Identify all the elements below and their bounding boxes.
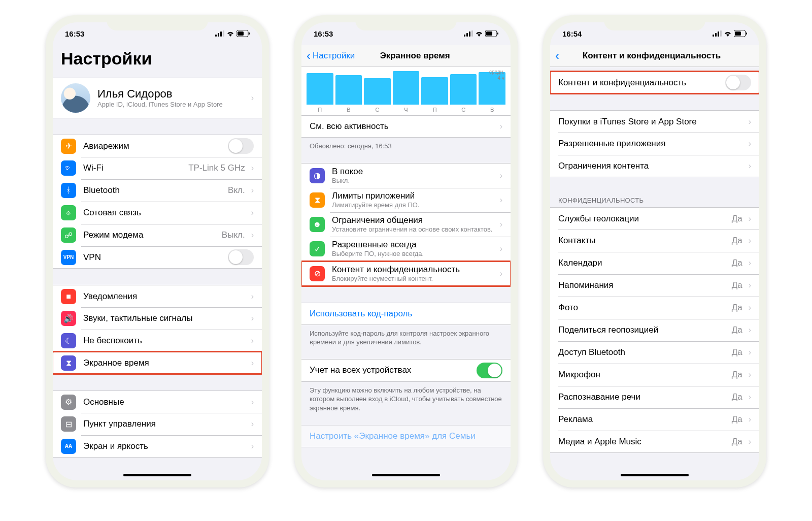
chevron-left-icon: ‹ (307, 49, 311, 63)
chevron-right-icon: › (500, 269, 502, 278)
status-right (713, 30, 747, 37)
chevron-right-icon: › (749, 281, 751, 290)
row-applimits[interactable]: ⧗Лимиты приложенийЛимитируйте время для … (301, 188, 511, 212)
chevron-right-icon: › (251, 398, 254, 407)
svg-rect-19 (735, 31, 741, 36)
row-label: Контакты (558, 236, 732, 246)
row-btaccess[interactable]: Доступ BluetoothДа› (550, 341, 759, 364)
profile-cell[interactable]: Илья Сидоров Apple ID, iCloud, iTunes St… (53, 78, 262, 118)
signal-icon (464, 30, 473, 37)
row-bluetooth[interactable]: ᚼBluetoothВкл.› (53, 179, 262, 202)
row-contacts[interactable]: КонтактыДа› (550, 230, 759, 252)
home-indicator[interactable] (372, 474, 440, 476)
row-label: Распознавание речи (558, 392, 732, 402)
svg-rect-20 (746, 32, 747, 35)
row-dnd[interactable]: ☾Не беспокоить› (53, 330, 262, 352)
svg-rect-1 (218, 33, 219, 37)
phone-1-settings: 16:53 Настройки Илья Сидоров Apple ID, i… (46, 15, 269, 487)
devices-footer: Эту функцию можно включить на любом устр… (301, 382, 511, 417)
content-privacy-toggle[interactable] (725, 75, 751, 90)
signal-icon (713, 30, 722, 37)
row-photos[interactable]: ФотоДа› (550, 297, 759, 319)
row-calendars[interactable]: КалендариДа› (550, 252, 759, 274)
row-notifications[interactable]: ■Уведомления› (53, 285, 262, 307)
row-label: Разрешенные приложения (558, 139, 746, 149)
status-time: 16:53 (314, 29, 333, 38)
usage-chart[interactable]: средн.4 ч ПВСЧПСВ (301, 67, 511, 115)
row-downtime[interactable]: ◑В покоеВыкл.› (301, 163, 511, 188)
row-sharelocation[interactable]: Поделиться геопозициейДа› (550, 319, 759, 341)
svg-rect-7 (464, 35, 465, 37)
row-wifi[interactable]: ᯤWi-FiTP-Link 5 GHz› (53, 157, 262, 179)
phone-2-screentime: 16:53 ‹ Настройки Экранное время средн.4… (294, 15, 518, 487)
row-label: Пункт управления (83, 419, 248, 429)
chevron-right-icon: › (251, 292, 254, 301)
row-allowedapps[interactable]: Разрешенные приложения› (550, 133, 759, 155)
row-commlimits[interactable]: ☻Ограничения общенияУстановите ограничен… (301, 212, 511, 237)
chevron-right-icon: › (749, 348, 751, 357)
chevron-right-icon: › (251, 208, 254, 217)
home-indicator[interactable] (123, 474, 191, 476)
row-allowed[interactable]: ✓Разрешенные всегдаВыберите ПО, нужное в… (301, 237, 511, 261)
family-cell[interactable]: Настроить «Экранное время» для Семьи (301, 425, 511, 447)
row-restrictions[interactable]: Ограничения контента› (550, 155, 759, 177)
chevron-right-icon: › (251, 164, 254, 173)
row-label: Покупки в iTunes Store и App Store (558, 117, 746, 127)
row-speech[interactable]: Распознавание речиДа› (550, 386, 759, 408)
airplane-icon: ✈ (61, 139, 76, 154)
chevron-right-icon: › (749, 393, 751, 402)
group-screentime-items: ◑В покоеВыкл.›⧗Лимиты приложенийЛимитиру… (301, 163, 511, 286)
row-display[interactable]: AAЭкран и яркость› (53, 435, 262, 458)
use-passcode-cell[interactable]: Использовать код-пароль (301, 303, 511, 325)
row-sounds[interactable]: 🔊Звуки, тактильные сигналы› (53, 307, 262, 330)
svg-rect-12 (486, 31, 492, 36)
screentime-icon: ⧗ (61, 355, 76, 371)
content-icon: ⊘ (310, 266, 325, 281)
privacy-header: КОНФИДЕНЦИАЛЬНОСТЬ (550, 193, 759, 207)
row-mic[interactable]: МикрофонДа› (550, 364, 759, 386)
chevron-right-icon: › (251, 336, 254, 345)
row-airplane[interactable]: ✈Авиарежим (53, 135, 262, 157)
chart-bar (364, 78, 391, 105)
svg-rect-13 (497, 32, 498, 35)
wifi-icon (475, 30, 483, 37)
chevron-right-icon: › (749, 258, 751, 268)
home-indicator[interactable] (621, 474, 689, 476)
row-ads[interactable]: РекламаДа› (550, 408, 759, 431)
row-label: Лимиты приложений (332, 191, 497, 201)
notch (604, 15, 705, 30)
row-label: Ограничения контента (558, 161, 746, 171)
hotspot-icon: ☍ (61, 227, 76, 243)
row-location[interactable]: Службы геолокацииДа› (550, 207, 759, 230)
row-general[interactable]: ⚙Основные› (53, 390, 262, 413)
vpn-toggle[interactable] (228, 249, 254, 265)
row-label: В покое (332, 167, 497, 177)
nav-title: Контент и конфиденциальность (550, 51, 754, 61)
commlimits-icon: ☻ (310, 217, 325, 232)
row-media[interactable]: Медиа и Apple MusicДа› (550, 431, 759, 453)
row-hotspot[interactable]: ☍Режим модемаВыкл.› (53, 224, 262, 246)
chevron-right-icon: › (749, 161, 751, 171)
status-time: 16:54 (562, 29, 582, 38)
row-purchases[interactable]: Покупки в iTunes Store и App Store› (550, 110, 759, 133)
chevron-right-icon: › (251, 186, 254, 195)
chevron-right-icon: › (251, 419, 254, 429)
all-activity-cell[interactable]: См. всю активность › (301, 115, 511, 138)
wifi-icon (724, 30, 732, 37)
row-screentime[interactable]: ⧗Экранное время› (53, 352, 262, 374)
nav-bar: ‹ Настройки Экранное время (301, 45, 511, 67)
row-control[interactable]: ⊟Пункт управления› (53, 413, 262, 435)
row-reminders[interactable]: НапоминанияДа› (550, 274, 759, 297)
chevron-right-icon: › (251, 93, 254, 103)
chart-bar (335, 75, 362, 105)
group-store-apps: Покупки в iTunes Store и App Store›Разре… (550, 110, 759, 177)
share-devices-toggle[interactable] (477, 363, 502, 378)
airplane-toggle[interactable] (228, 138, 254, 154)
chart-bar (421, 77, 448, 105)
content-privacy-master-cell[interactable]: Контент и конфиденциальность (550, 71, 759, 94)
share-across-devices-cell[interactable]: Учет на всех устройствах (301, 359, 511, 382)
row-cellular[interactable]: ⟐Сотовая связь› (53, 202, 262, 224)
row-content[interactable]: ⊘Контент и конфиденциальностьБлокируйте … (301, 262, 511, 286)
svg-rect-3 (223, 30, 224, 37)
row-vpn[interactable]: VPNVPN (53, 246, 262, 269)
